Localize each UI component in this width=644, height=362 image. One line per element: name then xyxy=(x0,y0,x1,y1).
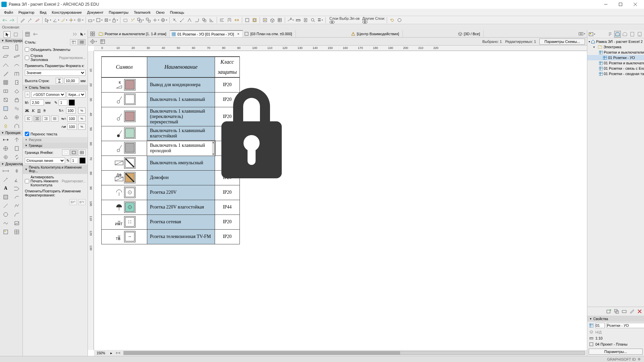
corner-window-tool[interactable] xyxy=(11,122,23,130)
trace-icon[interactable] xyxy=(251,17,258,23)
arc-tool[interactable] xyxy=(11,210,23,219)
tab-overflow[interactable] xyxy=(578,31,586,37)
style-layout-2[interactable] xyxy=(78,39,86,45)
maximize-button[interactable] xyxy=(613,0,628,9)
table-row[interactable]: ИНТРозетка сетеваяIP20 xyxy=(102,215,240,229)
align-top-icon[interactable] xyxy=(226,17,233,23)
wrap-checkbox[interactable] xyxy=(25,132,29,136)
name-cell[interactable]: Розетка 220V xyxy=(147,185,215,200)
mesh-tool[interactable] xyxy=(11,104,23,113)
zone-tool[interactable] xyxy=(0,104,11,113)
table-row[interactable]: Розетка 220VIP20 xyxy=(102,185,240,200)
scheme-params-button[interactable]: Параметры Схемы... xyxy=(539,39,585,45)
pct-2[interactable]: % xyxy=(78,116,86,122)
filter-icon[interactable]: ☰ xyxy=(317,17,324,23)
name-cell[interactable]: Выключатель 1 клавишный проходной▴▾ xyxy=(147,141,215,156)
3d-doc-icon[interactable] xyxy=(269,17,276,23)
name-cell[interactable]: Выключатель импульсный xyxy=(147,156,215,170)
ruler-horizontal[interactable]: 0102030405060708090100110120130140150160… xyxy=(94,46,587,51)
table-row[interactable]: Выключатель импульсный xyxy=(102,156,240,170)
category-projection[interactable]: Проекция xyxy=(0,130,22,135)
figure-tool[interactable] xyxy=(0,228,11,236)
footer-checkbox[interactable] xyxy=(25,179,29,183)
label-tool[interactable] xyxy=(11,184,23,193)
circle-tool[interactable] xyxy=(0,210,11,219)
line-color-swatch[interactable] xyxy=(79,158,86,164)
tab-close-icon[interactable]: × xyxy=(237,32,239,36)
table-row[interactable]: ДФДомофонIP20 xyxy=(102,170,240,185)
dim1-input[interactable] xyxy=(66,108,75,114)
menu-документ[interactable]: Документ xyxy=(85,10,106,15)
canvas[interactable]: СимволНаименованиеКлассзащитыКВывод для … xyxy=(94,51,587,350)
table-row[interactable]: ТВРозетка телевизионная TV-FMIP20 xyxy=(102,229,240,244)
table-row[interactable]: Выключатель 1 клавишный (переключатель) … xyxy=(102,107,240,126)
view-tab-1[interactable]: 01 Розетки - УО [01 Розетки - УО]× xyxy=(170,30,243,37)
resize-icon[interactable] xyxy=(201,17,208,23)
magic-wand-icon[interactable] xyxy=(129,17,136,23)
style-layout-1[interactable] xyxy=(70,39,77,45)
fill-tool[interactable] xyxy=(0,193,11,201)
table-row[interactable]: Выключатель 1 клавишный влагостойкий xyxy=(102,126,240,141)
strike-button[interactable]: З xyxy=(43,108,46,113)
align-right-button[interactable] xyxy=(42,116,50,122)
group-dropdown[interactable] xyxy=(137,17,144,23)
locate-icon[interactable] xyxy=(262,17,268,23)
close-button[interactable] xyxy=(628,0,643,9)
detail-tool[interactable] xyxy=(0,153,11,162)
column-tool[interactable] xyxy=(11,43,23,52)
menu-конструирование[interactable]: Конструирование xyxy=(49,10,84,15)
view-tab-3[interactable]: [Центр Взаимодействия] xyxy=(350,30,403,37)
stair-tool[interactable] xyxy=(0,69,11,78)
category-document[interactable]: Документир xyxy=(0,162,22,167)
footer-edit-link[interactable]: Редактироват... xyxy=(62,179,86,183)
marquee-tool[interactable] xyxy=(12,31,19,38)
props-rename-icon[interactable] xyxy=(621,308,628,315)
opening-tool[interactable] xyxy=(0,96,11,104)
tab-back-icon[interactable] xyxy=(32,31,39,38)
tree-item[interactable]: 01 Розетки - связь с Excel xyxy=(587,66,644,71)
gravity-dropdown[interactable] xyxy=(104,17,111,23)
italic-button[interactable]: К xyxy=(32,108,35,113)
footer-section[interactable]: Печать Колонтитула и Изменение Фор... xyxy=(23,165,88,174)
change-tool[interactable] xyxy=(11,153,23,162)
name-cell[interactable]: Розетка 220V влагостойкая xyxy=(147,200,215,215)
align-justify-button[interactable] xyxy=(51,116,58,122)
tab-grid-icon[interactable] xyxy=(89,31,96,37)
view-tab-4[interactable]: [3D / Все] xyxy=(457,30,484,37)
level-dim-tool[interactable] xyxy=(11,167,23,175)
name-cell[interactable]: Вывод для кондиционера xyxy=(147,77,215,92)
line-pen-input[interactable] xyxy=(71,158,78,164)
nav-publisher-tab[interactable] xyxy=(636,31,643,38)
border-outer[interactable] xyxy=(70,149,77,156)
edit-link[interactable]: Редактировани... xyxy=(59,56,86,60)
dim2-input[interactable] xyxy=(67,116,77,122)
borders-section[interactable]: Границы xyxy=(23,143,88,148)
view-settings-icon[interactable] xyxy=(90,38,97,45)
font-select[interactable]: ✓GOST Common xyxy=(31,92,65,98)
tab-options-icon[interactable] xyxy=(71,31,78,38)
category-construction[interactable]: Конструиров xyxy=(0,38,22,43)
intersect-icon[interactable] xyxy=(186,17,193,23)
favorite-icon[interactable]: ☆ xyxy=(25,92,30,98)
spline-tool[interactable] xyxy=(0,219,11,228)
redo-button[interactable] xyxy=(9,17,15,23)
align-center-button[interactable] xyxy=(34,116,41,122)
snap-point-dropdown[interactable] xyxy=(68,17,76,23)
view-tab-0[interactable]: Розетки и выключатели [1. 1-й этаж] xyxy=(97,30,170,37)
text-style-section[interactable]: Стиль Текста xyxy=(23,85,88,90)
tree-item[interactable]: 01 Розетки - УО xyxy=(587,55,644,60)
menu-параметры[interactable]: Параметры xyxy=(106,10,131,15)
table-row[interactable]: Розетка 220V влагостойкаяIP44 xyxy=(102,200,240,215)
eyedropper-icon[interactable] xyxy=(19,17,26,23)
ruler-vertical[interactable]: 102030405060708090100110120130 xyxy=(88,51,94,350)
props-settings-icon[interactable] xyxy=(629,308,635,315)
interior-elevation-tool[interactable] xyxy=(0,144,11,153)
nav-view-map-tab[interactable] xyxy=(622,31,628,38)
surface-snap-dropdown[interactable] xyxy=(96,17,103,23)
tree-item[interactable]: ▾Электрика xyxy=(587,44,644,50)
door-tool[interactable] xyxy=(11,78,23,87)
object-tool[interactable] xyxy=(11,96,23,104)
elevation-tool[interactable] xyxy=(11,135,23,144)
pen-input[interactable] xyxy=(59,100,67,106)
railing-tool[interactable] xyxy=(11,69,23,78)
